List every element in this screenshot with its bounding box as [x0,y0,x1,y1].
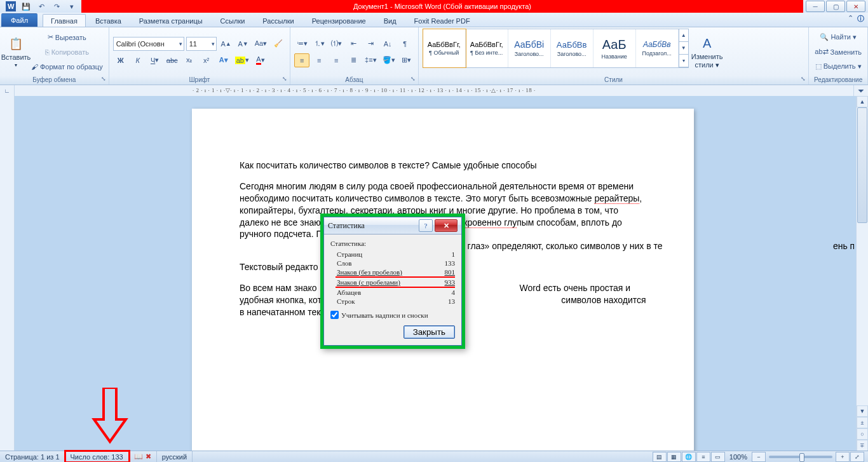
zoom-in-button[interactable]: + [836,452,850,462]
style-item[interactable]: АаБбВвЗаголово... [551,29,593,67]
view-fullscreen-button[interactable]: ▦ [667,452,681,462]
restore-button[interactable]: ▢ [826,1,845,12]
tab-insert[interactable]: Вставка [87,14,130,27]
change-case-button[interactable]: Aa▾ [253,37,269,51]
dialog-help-button[interactable]: ? [419,219,433,232]
status-page[interactable]: Страница: 1 из 1 [0,451,65,462]
scroll-thumb[interactable] [857,107,867,223]
qat-more-icon[interactable]: ▾ [65,1,79,12]
font-size-select[interactable]: 11 [186,37,217,51]
style-item[interactable]: АаБбВвПодзагол... [636,29,679,67]
paste-button[interactable]: 📋 Вставить ▾ [4,29,28,75]
word-icon[interactable]: W [4,1,18,12]
styles-gallery[interactable]: АаБбВвГг,¶ ОбычныйАаБбВвГг,¶ Без инте...… [423,29,689,68]
subscript-button[interactable]: x₂ [182,53,197,67]
status-word-count[interactable]: Число слов: 133 [65,451,129,462]
style-item[interactable]: АаБбВвГг,¶ Без инте... [466,29,508,67]
doc-paragraph[interactable]: Как посчитать количество символов в текс… [240,160,646,172]
underline-button[interactable]: Ч▾ [147,53,163,67]
find-button[interactable]: 🔍Найти ▾ [813,31,864,44]
italic-button[interactable]: К [130,53,146,67]
highlight-button[interactable]: ab▾ [233,53,251,67]
font-color-button[interactable]: A▾ [253,53,268,67]
save-icon[interactable]: 💾 [19,1,33,12]
bold-button[interactable]: Ж [113,53,128,67]
status-proofing[interactable]: 📖✖ [129,451,157,462]
sort-button[interactable]: A↓ [380,37,395,51]
vertical-scrollbar[interactable]: ▲ ▼ ± ○ ∓ [856,96,868,451]
prev-page-icon[interactable]: ± [857,417,868,428]
dialog-close-action-button[interactable]: Закрыть [403,325,455,339]
dialog-titlebar[interactable]: Статистика ? ✕ [324,217,461,234]
zoom-level[interactable]: 100% [729,453,747,461]
tab-review[interactable]: Рецензирование [304,14,374,27]
tab-foxit[interactable]: Foxit Reader PDF [406,14,478,27]
tab-stop-selector[interactable]: ∟ [0,85,15,97]
tab-view[interactable]: Вид [376,14,405,27]
styles-launcher[interactable]: ⤡ [799,76,807,83]
numbering-button[interactable]: ⒈▾ [311,37,327,51]
view-outline-button[interactable]: ≡ [696,452,710,462]
paragraph-launcher[interactable]: ⤡ [409,76,417,83]
view-web-button[interactable]: 🌐 [682,452,696,462]
cut-button[interactable]: ✂Вырезать [29,31,105,44]
next-page-icon[interactable]: ∓ [857,440,868,451]
zoom-slider[interactable] [769,456,832,458]
multilevel-button[interactable]: ⑴▾ [329,37,344,51]
align-right-button[interactable]: ≡ [329,53,344,67]
gallery-scroll[interactable]: ▲▼▾ [679,29,688,67]
decrease-indent-button[interactable]: ⇤ [346,37,361,51]
change-styles-button[interactable]: A Изменить стили ▾ [690,29,724,75]
shading-button[interactable]: 🪣▾ [381,53,397,67]
checkbox-input[interactable] [330,311,339,319]
minimize-button[interactable]: ─ [806,1,825,12]
clipboard-launcher[interactable]: ⤡ [100,76,107,83]
style-item[interactable]: АаБбВіЗаголово... [508,29,551,67]
close-button[interactable]: ✕ [846,1,865,12]
browse-object-icon[interactable]: ○ [857,428,868,440]
vertical-ruler[interactable] [0,96,15,451]
copy-button[interactable]: ⎘Копировать [29,45,105,59]
style-item[interactable]: АаБНазвание [593,29,636,67]
help-icon[interactable]: ⓘ [857,14,864,24]
tab-mailings[interactable]: Рассылки [254,14,302,27]
borders-button[interactable]: ⊞▾ [399,53,414,67]
font-launcher[interactable]: ⤡ [281,76,288,83]
align-center-button[interactable]: ≡ [311,53,327,67]
style-item[interactable]: АаБбВвГг,¶ Обычный [423,29,466,67]
status-language[interactable]: русский [157,451,193,462]
replace-button[interactable]: ab⇄Заменить [813,45,864,59]
horizontal-ruler[interactable]: · 2 · ı · 1 · ı ·▽· ı · 1 · ı · 2 · ı · … [15,85,853,97]
shrink-font-button[interactable]: A▼ [236,37,251,51]
align-left-button[interactable]: ≡ [294,53,309,67]
bullets-button[interactable]: ≔▾ [294,37,309,51]
scroll-up-icon[interactable]: ▲ [857,96,868,107]
text-effects-button[interactable]: A▾ [216,53,231,67]
clear-format-button[interactable]: 🧹 [271,37,286,51]
zoom-out-button[interactable]: − [752,452,766,462]
increase-indent-button[interactable]: ⇥ [363,37,378,51]
superscript-button[interactable]: x² [199,53,214,67]
tab-references[interactable]: Ссылки [212,14,254,27]
grow-font-button[interactable]: A▲ [219,37,234,51]
zoom-thumb[interactable] [799,453,804,462]
tab-home[interactable]: Главная [43,14,86,27]
scroll-down-icon[interactable]: ▼ [857,405,868,417]
minimize-ribbon-icon[interactable]: ⌃ [848,14,853,24]
select-button[interactable]: ⬚Выделить ▾ [813,60,864,74]
line-spacing-button[interactable]: ‡≡▾ [363,53,379,67]
format-painter-button[interactable]: 🖌Формат по образцу [29,60,105,74]
tab-file[interactable]: Файл [1,13,37,27]
show-marks-button[interactable]: ¶ [397,37,412,51]
view-draft-button[interactable]: ▭ [711,452,725,462]
ruler-toggle-icon[interactable]: ⏷ [853,85,868,97]
include-textboxes-checkbox[interactable]: Учитывать надписи и сноски [330,311,455,319]
strike-button[interactable]: abc [165,53,180,67]
tab-layout[interactable]: Разметка страницы [131,14,211,27]
undo-icon[interactable]: ↶ [34,1,48,12]
dialog-close-button[interactable]: ✕ [435,219,458,232]
font-name-select[interactable]: Calibri (Основн [113,37,184,51]
view-print-layout-button[interactable]: ▤ [653,452,667,462]
zoom-fit-button[interactable]: ⤢ [850,452,864,462]
redo-icon[interactable]: ↷ [50,1,64,12]
